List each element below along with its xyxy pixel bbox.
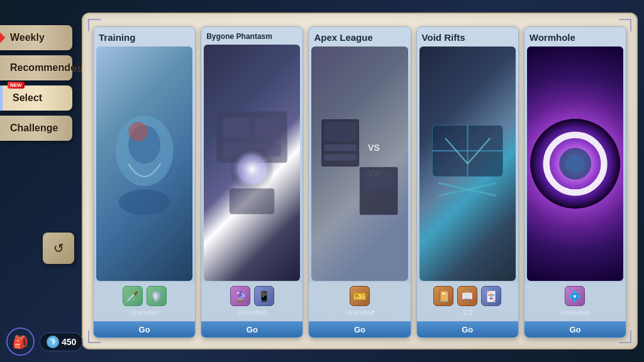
currency-amount: 450 — [62, 337, 76, 347]
card-icon-2: 🛡️ — [147, 286, 167, 306]
card-icon-3: 🃏 — [481, 286, 501, 306]
corner-decoration-br — [619, 331, 631, 343]
voidrift-artwork — [419, 47, 516, 281]
card-go-button-apex[interactable]: Go — [309, 321, 410, 337]
card-title-wormhole: Wormhole — [525, 27, 626, 45]
svg-rect-12 — [325, 145, 357, 151]
sidebar: Weekly Recommended NEW Select Challenge — [0, 25, 72, 141]
diamond-icon — [0, 33, 5, 43]
card-icons-wormhole: 💠 — [530, 286, 621, 306]
card-bottom-voidrift: 📔 📖 🃏 1/3 — [417, 282, 518, 321]
card-count-bygone: Unlimited — [206, 309, 297, 316]
player-avatar: 🎒 — [6, 327, 35, 356]
svg-point-2 — [128, 122, 148, 141]
svg-rect-11 — [325, 122, 357, 141]
sidebar-item-label: Select — [13, 92, 42, 104]
card-icon-1: 🎫 — [350, 286, 370, 306]
card-go-button-training[interactable]: Go — [94, 321, 195, 337]
currency-display: 💎 450 — [40, 332, 83, 351]
corner-decoration-bl — [88, 331, 101, 343]
player-avatar-icon: 🎒 — [13, 334, 28, 349]
training-artwork — [96, 47, 192, 281]
card-count-voidrift: 1/3 — [422, 309, 513, 316]
svg-rect-5 — [223, 118, 249, 138]
card-count-apex: Unlimited — [314, 309, 405, 316]
corner-decoration-tr — [619, 19, 631, 31]
sidebar-item-challenge[interactable]: Challenge — [0, 116, 72, 141]
svg-text:VS: VS — [368, 143, 380, 153]
svg-point-3 — [119, 189, 170, 215]
card-image-voidrift — [419, 47, 516, 281]
card-count-wormhole: Unlimited — [530, 309, 621, 316]
svg-point-8 — [230, 146, 274, 191]
card-icon-1: 📔 — [433, 286, 453, 306]
wormhole-artwork — [527, 47, 623, 281]
card-go-button-voidrift[interactable]: Go — [417, 321, 518, 337]
card-go-button-bygone[interactable]: Go — [201, 321, 303, 337]
card-count-training: Unlimited — [99, 309, 190, 316]
bygone-artwork — [204, 45, 300, 281]
card-icons-apex: 🎫 — [314, 286, 405, 306]
card-title-apex: Apex League — [309, 27, 410, 45]
card-bottom-wormhole: 💠 Unlimited — [525, 282, 626, 321]
card-bottom-bygone: 🔮 📱 Unlimited — [201, 282, 303, 321]
card-image-training — [96, 47, 192, 281]
card-icon-2: 📖 — [457, 286, 477, 306]
card-voidrift[interactable]: Void Rifts 📔 📖 🃏 1/3 Go — [416, 26, 519, 338]
card-icon-1: 💠 — [565, 286, 585, 306]
currency-icon: 💎 — [47, 336, 59, 348]
svg-rect-6 — [255, 118, 281, 138]
apex-artwork: VS VS — [311, 47, 408, 281]
card-apex[interactable]: Apex League VS VS 🎫 Unlimited — [308, 26, 411, 338]
sidebar-item-recommended[interactable]: Recommended — [0, 55, 72, 80]
new-badge: NEW — [8, 82, 25, 89]
card-icons-training: 🗡️ 🛡️ — [99, 286, 190, 306]
card-title-bygone: Bygone Phantasm — [201, 27, 303, 43]
cards-grid: Training 🗡️ 🛡️ Unlimited Go — [93, 24, 626, 338]
bottom-bar: 🎒 💎 450 — [6, 327, 83, 356]
card-title-voidrift: Void Rifts — [417, 27, 518, 45]
corner-decoration-tl — [88, 19, 101, 31]
card-icons-voidrift: 📔 📖 🃏 — [422, 286, 513, 306]
card-icons-bygone: 🔮 📱 — [206, 286, 297, 306]
main-content: Training 🗡️ 🛡️ Unlimited Go — [82, 13, 638, 349]
card-title-training: Training — [94, 27, 195, 45]
card-bottom-apex: 🎫 Unlimited — [309, 282, 410, 321]
refresh-icon: ↺ — [53, 241, 64, 256]
svg-rect-9 — [230, 189, 274, 214]
card-go-button-wormhole[interactable]: Go — [525, 321, 626, 337]
svg-point-26 — [565, 154, 585, 173]
card-image-apex: VS VS — [311, 47, 408, 281]
card-icon-1: 🔮 — [230, 286, 250, 306]
sidebar-item-label: Recommended — [10, 62, 82, 74]
card-icon-1: 🗡️ — [123, 286, 143, 306]
card-wormhole[interactable]: Wormhole — [524, 26, 626, 338]
sidebar-item-weekly[interactable]: Weekly — [0, 25, 72, 50]
sidebar-item-label: Weekly — [10, 32, 45, 43]
refresh-button[interactable]: ↺ — [43, 233, 74, 264]
card-bygone[interactable]: Bygone Phantasm — [201, 26, 303, 338]
card-bottom-training: 🗡️ 🛡️ Unlimited — [94, 282, 195, 321]
card-icon-2: 📱 — [254, 286, 274, 306]
svg-rect-13 — [325, 154, 357, 160]
svg-rect-17 — [363, 170, 395, 190]
sidebar-item-label: Challenge — [10, 123, 58, 134]
sidebar-item-select[interactable]: NEW Select — [0, 85, 72, 111]
card-image-bygone — [204, 45, 300, 281]
card-training[interactable]: Training 🗡️ 🛡️ Unlimited Go — [93, 26, 196, 338]
card-image-wormhole — [527, 47, 623, 281]
